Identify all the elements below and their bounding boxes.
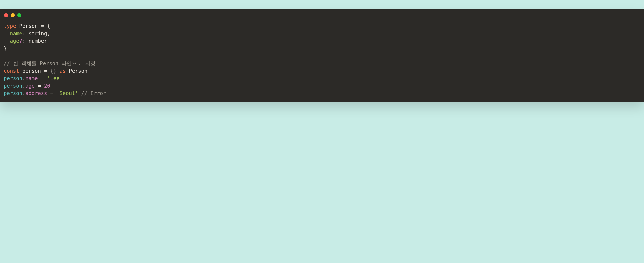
member-name: name (26, 75, 38, 81)
empty-object: {} (50, 68, 56, 74)
type-string: string (28, 31, 47, 37)
type-name: Person (19, 23, 38, 29)
keyword-const: const (4, 68, 19, 74)
code-line: } (4, 46, 7, 52)
window-zoom-icon (17, 13, 21, 17)
window-close-icon (4, 13, 8, 17)
equals: = (35, 83, 44, 89)
comment-error: // Error (81, 90, 106, 96)
code-line: person.address = 'Seoul' // Error (4, 90, 106, 96)
keyword-as: as (60, 68, 66, 74)
code-line: // 빈 객체를 Person 타입으로 지정 (4, 60, 96, 67)
equals: = (47, 90, 56, 96)
equals: = (41, 68, 50, 74)
punct: = (38, 23, 47, 29)
space (19, 68, 22, 74)
type-ref: Person (69, 68, 88, 74)
colon: : (22, 38, 28, 44)
member-age: age (26, 83, 35, 89)
comma: , (47, 31, 50, 37)
space (66, 68, 69, 74)
obj-person: person (4, 75, 22, 81)
space (78, 90, 81, 96)
obj-person: person (4, 90, 22, 96)
window-titlebar (0, 9, 644, 19)
code-line: const person = {} as Person (4, 68, 88, 74)
dot: . (22, 90, 26, 96)
code-line: name: string, (4, 31, 50, 37)
brace-open: { (47, 23, 50, 29)
dot: . (22, 83, 26, 89)
var-person: person (22, 68, 41, 74)
prop-name: name (10, 31, 22, 37)
code-line: person.age = 20 (4, 83, 50, 89)
comment: // 빈 객체를 Person 타입으로 지정 (4, 60, 96, 67)
brace-close: } (4, 46, 7, 52)
colon: : (22, 31, 28, 37)
code-line: person.name = 'Lee' (4, 75, 62, 81)
obj-person: person (4, 83, 22, 89)
member-address: address (26, 90, 47, 96)
equals: = (38, 75, 47, 81)
code-window: type Person = { name: string, age?: numb… (0, 9, 644, 102)
dot: . (22, 75, 26, 81)
string-literal: 'Lee' (47, 75, 62, 81)
type-number: number (28, 38, 47, 44)
number-literal: 20 (44, 83, 50, 89)
string-literal: 'Seoul' (56, 90, 78, 96)
keyword-type: type (4, 23, 16, 29)
code-line: type Person = { (4, 23, 50, 29)
space (56, 68, 60, 74)
prop-age: age (10, 38, 19, 44)
indent (4, 38, 10, 44)
indent (4, 31, 10, 37)
window-minimize-icon (11, 13, 15, 17)
optional-mark: ? (19, 38, 22, 44)
code-block: type Person = { name: string, age?: numb… (0, 19, 644, 102)
code-line: age?: number (4, 38, 47, 44)
